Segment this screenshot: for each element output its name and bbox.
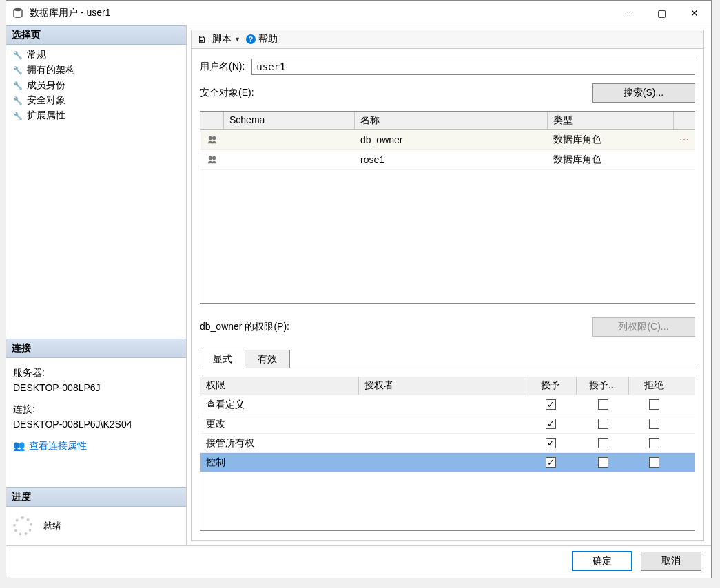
toolbar: 🗎 脚本 ▼ ?帮助 [191, 30, 704, 49]
page-item-membership[interactable]: 🔧成员身份 [6, 78, 186, 93]
column-permissions-button: 列权限(C)... [592, 317, 695, 337]
cell-name: db_owner [355, 131, 548, 149]
permission-row[interactable]: 接管所有权 [200, 434, 695, 453]
help-button[interactable]: ?帮助 [246, 33, 278, 45]
wrench-icon: 🔧 [13, 51, 23, 60]
wrench-icon: 🔧 [13, 66, 23, 75]
cell-grantor [359, 422, 524, 426]
progress-body: 就绪 [6, 507, 186, 545]
checkbox[interactable] [546, 399, 556, 410]
close-button[interactable]: ✕ [678, 3, 711, 23]
cell-permission: 更改 [200, 416, 359, 432]
script-dropdown[interactable]: 脚本 ▼ [212, 33, 240, 45]
connection-header: 连接 [6, 339, 186, 358]
left-panel: 选择页 🔧常规 🔧拥有的架构 🔧成员身份 🔧安全对象 🔧扩展属性 连接 服务器:… [6, 25, 187, 545]
cell-schema [224, 136, 355, 143]
role-icon [207, 155, 217, 165]
col-grant[interactable]: 授予 [524, 377, 577, 395]
col-grant-with[interactable]: 授予... [577, 377, 629, 395]
username-input[interactable] [251, 59, 695, 75]
permissions-tabs: 显式 有效 [200, 349, 695, 368]
checkbox[interactable] [649, 457, 659, 468]
securables-grid-header: Schema 名称 类型 [200, 112, 695, 130]
cell-name: rose1 [355, 151, 548, 169]
svg-point-1 [209, 136, 212, 140]
col-type[interactable]: 类型 [548, 112, 674, 129]
checkbox[interactable] [598, 399, 608, 410]
checkbox[interactable] [649, 419, 659, 429]
permission-row[interactable]: 更改 [200, 414, 695, 434]
col-schema[interactable]: Schema [224, 112, 355, 129]
server-label: 服务器: [13, 365, 179, 380]
cell-grantor [359, 461, 524, 465]
cancel-button[interactable]: 取消 [641, 552, 701, 571]
page-item-securables[interactable]: 🔧安全对象 [6, 93, 186, 108]
connection-value: DESKTOP-008LP6J\K2S04 [13, 417, 179, 432]
cell-actions [674, 156, 695, 163]
search-button[interactable]: 搜索(S)... [592, 83, 695, 103]
checkbox[interactable] [649, 399, 659, 410]
col-grantor[interactable]: 授权者 [359, 377, 524, 395]
view-connection-properties-link[interactable]: 查看连接属性 [29, 440, 87, 451]
cell-permission: 接管所有权 [200, 435, 359, 452]
checkbox[interactable] [546, 438, 556, 448]
minimize-button[interactable]: — [612, 3, 645, 23]
titlebar: 数据库用户 - user1 — ▢ ✕ [6, 1, 711, 25]
page-list: 🔧常规 🔧拥有的架构 🔧成员身份 🔧安全对象 🔧扩展属性 [6, 45, 186, 126]
page-item-general[interactable]: 🔧常规 [6, 48, 186, 63]
cell-type: 数据库角色 [548, 150, 674, 169]
tab-explicit[interactable]: 显式 [200, 350, 245, 368]
content-area: 用户名(N): 安全对象(E): 搜索(S)... Schema 名称 类型 [191, 49, 704, 541]
wrench-icon: 🔧 [13, 96, 23, 105]
window-title: 数据库用户 - user1 [30, 7, 110, 19]
securable-row[interactable]: rose1数据库角色 [200, 150, 695, 170]
checkbox[interactable] [546, 457, 556, 468]
dialog-window: 数据库用户 - user1 — ▢ ✕ 选择页 🔧常规 🔧拥有的架构 🔧成员身份… [6, 0, 712, 578]
permission-row[interactable]: 查看定义 [200, 395, 695, 414]
svg-point-0 [14, 8, 22, 10]
permissions-grid[interactable]: 权限 授权者 授予 授予... 拒绝 查看定义更改接管所有权控制 [200, 377, 695, 531]
col-deny[interactable]: 拒绝 [629, 377, 679, 395]
cell-permission: 控制 [200, 454, 359, 471]
cell-schema [224, 156, 355, 163]
securable-row[interactable]: db_owner数据库角色⋯ [200, 130, 695, 150]
ellipsis-icon[interactable]: ⋯ [679, 134, 689, 145]
page-item-extended-properties[interactable]: 🔧扩展属性 [6, 108, 186, 123]
database-icon [12, 7, 24, 19]
checkbox[interactable] [649, 438, 659, 448]
permissions-grid-header: 权限 授权者 授予 授予... 拒绝 [200, 377, 695, 395]
tab-effective[interactable]: 有效 [245, 350, 290, 368]
cell-grantor [359, 403, 524, 407]
securables-label: 安全对象(E): [200, 87, 254, 99]
role-icon [207, 135, 217, 145]
server-value: DESKTOP-008LP6J [13, 380, 179, 395]
col-name[interactable]: 名称 [355, 112, 548, 129]
spinner-icon [13, 516, 32, 536]
connection-info: 服务器: DESKTOP-008LP6J 连接: DESKTOP-008LP6J… [6, 358, 186, 460]
checkbox[interactable] [598, 438, 608, 448]
permissions-for-label: db_owner 的权限(P): [200, 321, 289, 333]
right-panel: 🗎 脚本 ▼ ?帮助 用户名(N): 安全对象(E): 搜索(S)... Sch… [187, 25, 711, 545]
select-page-header: 选择页 [6, 25, 186, 45]
wrench-icon: 🔧 [13, 81, 23, 90]
progress-header: 进度 [6, 487, 186, 507]
ok-button[interactable]: 确定 [572, 551, 632, 571]
username-label: 用户名(N): [200, 61, 245, 73]
cell-grantor [359, 441, 524, 445]
checkbox[interactable] [598, 457, 608, 468]
svg-point-2 [212, 136, 216, 140]
chevron-down-icon: ▼ [234, 36, 240, 43]
cell-permission: 查看定义 [200, 397, 359, 413]
securables-grid[interactable]: Schema 名称 类型 db_owner数据库角色⋯rose1数据库角色 [200, 111, 695, 304]
svg-point-4 [212, 156, 216, 160]
col-permission[interactable]: 权限 [200, 377, 359, 395]
progress-status: 就绪 [43, 520, 61, 532]
cell-type: 数据库角色 [548, 130, 674, 149]
checkbox[interactable] [546, 419, 556, 429]
svg-point-3 [209, 156, 212, 160]
checkbox[interactable] [598, 419, 608, 429]
script-icon: 🗎 [197, 34, 207, 45]
page-item-owned-schemas[interactable]: 🔧拥有的架构 [6, 63, 186, 78]
permission-row[interactable]: 控制 [200, 453, 695, 472]
maximize-button[interactable]: ▢ [645, 3, 678, 23]
